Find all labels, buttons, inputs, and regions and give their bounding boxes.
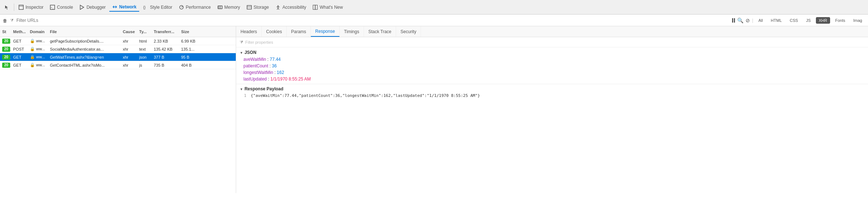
filter-xhr[interactable]: XHR [816,17,830,24]
tab-inspector[interactable]: Inspector [16,3,46,11]
lock-icon: 🔒 [30,55,35,59]
row-method: GET [11,63,28,67]
tab-console[interactable]: >_ Console [47,3,76,11]
col-header-size: Size [179,30,199,34]
cursor-tool[interactable] [1,3,12,11]
block-icon[interactable]: ⊘ [746,17,750,23]
json-key: patientCount [243,63,268,68]
row-size: 6.99 KB [179,39,199,43]
table-row[interactable]: 20 GET 🔒 ww... GetWaitTimes.ashx?&lang=e… [0,53,236,61]
response-payload-header[interactable]: Response Payload [236,84,868,93]
right-panel: Headers Cookies Params Response Timings … [236,26,868,193]
row-transferred: 135.42 KB [152,47,179,51]
tab-style-editor[interactable]: {} Style Editor [140,3,175,11]
row-file: GetWaitTimes.ashx?&lang=en [48,55,121,59]
row-size: 95 B [179,55,199,59]
accessibility-label: Accessibility [282,5,306,10]
filter-html[interactable]: HTML [768,17,785,24]
performance-icon [179,5,184,10]
row-type: html [137,39,152,43]
svg-line-18 [277,8,278,9]
line-number: 1 [236,93,251,98]
tab-accessibility[interactable]: Accessibility [273,3,309,11]
tab-response[interactable]: Response [311,26,340,37]
filter-all[interactable]: All [755,17,766,24]
tab-performance[interactable]: Performance [176,3,214,11]
row-file: GetContactHTML.ashx?isMo... [48,63,121,67]
row-domain: 🔒 ww... [28,63,48,67]
accessibility-icon [275,5,281,10]
console-label: Console [57,5,73,10]
console-icon: >_ [50,5,55,10]
col-header-domain: Domain [28,30,48,34]
filter-props-label[interactable]: Filter properties [245,40,273,44]
json-key: lastUpdated [243,76,267,82]
performance-label: Performance [186,5,211,10]
lock-icon: 🔒 [30,39,35,43]
url-filter-input[interactable] [16,18,729,23]
style-editor-icon: {} [143,5,148,10]
status-badge: 20 [2,39,10,44]
json-label: JSON [245,50,257,55]
row-status: 20 [0,55,11,60]
filter-css[interactable]: CSS [787,17,801,24]
chevron-down-icon [240,50,243,55]
code-line-1: 1 {"aveWaitMin":77.44,"patientCount":36,… [236,93,868,99]
svg-line-8 [181,6,183,7]
filter-icon: ⧩ [10,18,13,23]
tab-cookies[interactable]: Cookies [262,26,286,37]
tab-memory[interactable]: Memory [215,3,243,11]
style-editor-label: Style Editor [150,5,172,10]
inspector-label: Inspector [26,5,43,10]
line-content: {"aveWaitMin":77.44,"patientCount":36,"l… [251,93,480,98]
tab-security[interactable]: Security [396,26,421,37]
json-key: aveWaitMin [243,57,266,62]
row-method: GET [11,55,28,59]
separator: | [752,18,753,23]
table-row[interactable]: 20 GET 🔒 ww... GetContactHTML.ashx?isMo.… [0,61,236,69]
tab-params[interactable]: Params [287,26,311,37]
row-file: getPageSubscriptionDetails.... [48,39,121,43]
pause-button[interactable] [732,18,735,23]
clear-icon[interactable] [3,17,7,23]
table-row[interactable]: 20 POST 🔒 ww... SocialMediaAuthenticator… [0,45,236,53]
debugger-label: Debugger [86,5,106,10]
status-badge: 20 [2,47,10,52]
col-header-file: File [48,30,121,34]
memory-label: Memory [224,5,240,10]
filter-images[interactable]: Imag [851,17,865,24]
memory-icon [218,5,223,10]
svg-rect-13 [247,5,251,9]
row-size: 404 B [179,63,199,67]
filter-js[interactable]: JS [803,17,814,24]
filter-properties-bar: ⧩ Filter properties [236,37,868,47]
chevron-down-icon [240,86,243,91]
tab-debugger[interactable]: Debugger [77,3,109,11]
svg-point-15 [277,5,278,6]
tab-storage[interactable]: Storage [244,3,272,11]
json-value: 162 [277,70,284,75]
table-body: 20 GET 🔒 ww... getPageSubscriptionDetail… [0,37,236,193]
tab-timings[interactable]: Timings [340,26,364,37]
row-status: 20 [0,47,11,52]
filter-fonts[interactable]: Fonts [832,17,848,24]
inspector-icon [19,5,24,10]
search-icon[interactable]: 🔍 [737,17,743,23]
tab-network[interactable]: Network [109,3,139,12]
tab-headers[interactable]: Headers [236,26,262,37]
storage-icon [247,5,252,10]
debugger-icon [79,5,85,10]
svg-text:>_: >_ [51,6,54,9]
network-label: Network [119,4,136,9]
table-row[interactable]: 20 GET 🔒 ww... getPageSubscriptionDetail… [0,37,236,45]
whats-new-icon [313,5,318,10]
row-type: text [137,47,152,51]
row-file: SocialMediaAuthenticator.as... [48,47,121,51]
tab-whats-new[interactable]: What's New [310,3,346,11]
row-transferred: 377 B [152,55,179,59]
tab-stack-trace[interactable]: Stack Trace [364,26,396,37]
json-section-header[interactable]: JSON [236,49,868,56]
filter-controls: 🔍 ⊘ | All HTML CSS JS XHR Fonts Imag [732,17,865,24]
col-header-transferred: Transferr... [152,30,179,34]
row-size: 135.1... [179,47,199,51]
